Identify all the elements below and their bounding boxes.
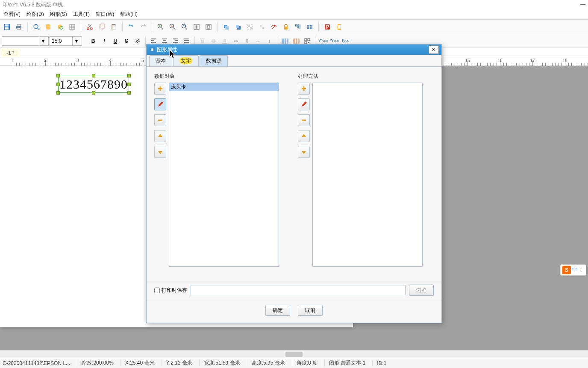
edit-button[interactable]: [154, 98, 166, 110]
svg-rect-52: [310, 27, 312, 29]
preview-icon[interactable]: [31, 22, 41, 32]
copy-icon[interactable]: [97, 22, 107, 32]
save-on-print-checkbox[interactable]: 打印时保存: [154, 287, 187, 294]
document-tab[interactable]: -1 *: [2, 49, 19, 57]
tab-datasource[interactable]: 数据源: [200, 55, 228, 66]
zoom-in-icon[interactable]: [156, 22, 166, 32]
horizontal-scrollbar[interactable]: [0, 350, 588, 358]
selected-text-object[interactable]: 1234567890: [58, 76, 129, 93]
save-path-input[interactable]: [191, 285, 406, 295]
dialog-titlebar[interactable]: 图形属性 ✕: [147, 45, 441, 55]
chevron-down-icon[interactable]: ▾: [39, 37, 47, 45]
bold-button[interactable]: B: [88, 36, 98, 46]
tab-basic[interactable]: 基本: [149, 55, 172, 66]
svg-rect-62: [223, 39, 226, 42]
font-family-combo[interactable]: ▾: [2, 36, 49, 46]
font-size-input[interactable]: [50, 37, 72, 45]
process-methods-list[interactable]: [312, 83, 423, 267]
resize-handle-w[interactable]: [56, 83, 60, 86]
save-icon[interactable]: [2, 22, 12, 32]
menu-help[interactable]: 帮助(H): [120, 11, 138, 18]
status-path: C-202004111432\EPSON L...: [3, 360, 70, 366]
database-icon[interactable]: [43, 22, 53, 32]
superscript-icon[interactable]: x²: [132, 36, 143, 46]
resize-handle-se[interactable]: [127, 91, 131, 95]
svg-rect-40: [248, 25, 250, 27]
tab-text[interactable]: 文字: [173, 55, 199, 66]
menu-window[interactable]: 窗口(W): [96, 11, 114, 18]
resize-handle-s[interactable]: [92, 91, 95, 95]
svg-rect-34: [207, 26, 210, 28]
close-button[interactable]: ✕: [429, 45, 439, 54]
resize-handle-e[interactable]: [127, 83, 131, 86]
svg-rect-41: [250, 27, 252, 29]
fit-width-icon[interactable]: [203, 22, 214, 32]
group-icon[interactable]: [245, 22, 255, 32]
arrange-front-icon[interactable]: [221, 22, 231, 32]
svg-rect-50: [310, 25, 312, 27]
status-y: Y:2.12 毫米: [162, 359, 192, 367]
svg-line-7: [38, 28, 39, 30]
align-dist-icon[interactable]: [293, 22, 303, 32]
move-down-button[interactable]: [154, 146, 166, 158]
add-button[interactable]: [298, 83, 310, 95]
resize-handle-n[interactable]: [92, 74, 95, 77]
mobile-icon[interactable]: [334, 22, 344, 32]
paste-icon[interactable]: [109, 22, 119, 32]
fit-screen-icon[interactable]: [191, 22, 202, 32]
minimize-icon[interactable]: —: [580, 1, 585, 8]
zoom-out-icon[interactable]: [168, 22, 178, 32]
move-down-button[interactable]: [298, 146, 310, 158]
move-up-button[interactable]: [154, 130, 166, 142]
underline-button[interactable]: U: [110, 36, 121, 46]
print-icon[interactable]: [14, 22, 24, 32]
grid-icon[interactable]: [67, 22, 77, 32]
move-up-button[interactable]: [298, 130, 310, 142]
remove-button[interactable]: [154, 114, 166, 126]
strike-button[interactable]: S: [121, 36, 132, 46]
browse-button[interactable]: 浏览: [409, 285, 434, 296]
svg-rect-38: [236, 25, 239, 28]
add-button[interactable]: [154, 83, 166, 95]
menu-draw[interactable]: 绘图(D): [26, 11, 44, 18]
svg-rect-2: [5, 24, 9, 27]
ok-button[interactable]: 确定: [265, 305, 290, 316]
data-objects-list[interactable]: 床头卡: [169, 83, 279, 267]
remove-button[interactable]: [298, 114, 310, 126]
zoom-auto-icon[interactable]: A: [179, 22, 190, 32]
settings-icon[interactable]: [305, 22, 315, 32]
undo-icon[interactable]: [126, 22, 136, 32]
cancel-button[interactable]: 取消: [298, 305, 323, 316]
menu-view[interactable]: 查看(V): [3, 11, 21, 18]
database-refresh-icon[interactable]: [55, 22, 65, 32]
font-family-input[interactable]: [2, 37, 39, 45]
pdf-icon[interactable]: P: [322, 22, 332, 32]
svg-line-13: [88, 24, 91, 28]
dialog-icon: [149, 47, 155, 53]
redo-icon[interactable]: [138, 22, 148, 32]
save-on-print-input[interactable]: [154, 288, 160, 293]
italic-button[interactable]: I: [99, 36, 109, 46]
moon-icon: ☾: [579, 267, 584, 273]
edit-button[interactable]: [298, 98, 310, 110]
font-size-combo[interactable]: ▾: [50, 36, 82, 46]
status-height: 高度:5.95 毫米: [247, 359, 285, 367]
ungroup-icon[interactable]: [257, 22, 267, 32]
chevron-down-icon[interactable]: ▾: [72, 37, 80, 45]
resize-handle-ne[interactable]: [127, 74, 131, 77]
menu-shape[interactable]: 图形(S): [50, 11, 67, 18]
hide-icon[interactable]: [269, 22, 279, 32]
resize-handle-nw[interactable]: [56, 74, 60, 77]
main-toolbar: A P: [0, 20, 588, 34]
lock-icon[interactable]: [281, 22, 291, 32]
svg-rect-58: [201, 40, 204, 43]
ime-indicator[interactable]: S 中 ☾: [560, 264, 586, 276]
resize-handle-sw[interactable]: [56, 91, 60, 95]
svg-rect-18: [112, 25, 116, 30]
cut-icon[interactable]: [85, 22, 95, 32]
list-item[interactable]: 床头卡: [169, 83, 279, 91]
menu-tools[interactable]: 工具(T): [73, 11, 90, 18]
arrange-back-icon[interactable]: [233, 22, 243, 32]
scrollbar-thumb[interactable]: [285, 352, 303, 357]
svg-text:P: P: [326, 24, 329, 30]
